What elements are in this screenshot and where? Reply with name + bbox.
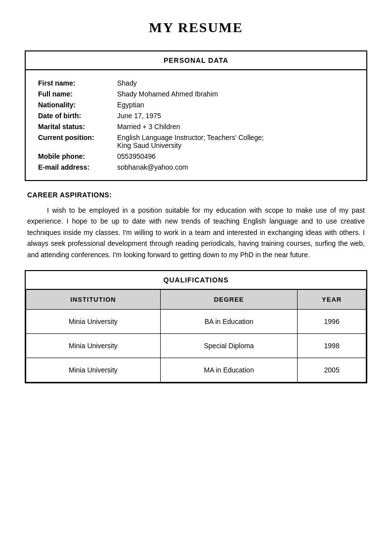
personal-data-table: First name:ShadyFull name:Shady Mohamed … xyxy=(36,78,356,173)
personal-data-value: Married + 3 Children xyxy=(115,121,356,132)
personal-data-row: Marital status:Married + 3 Children xyxy=(36,121,356,132)
career-text: I wish to be employed in a position suit… xyxy=(27,205,365,260)
qualifications-table: INSTITUTIONDEGREEYEAR Minia UniversityBA… xyxy=(26,290,366,382)
qual-degree: Special Diploma xyxy=(160,333,297,358)
personal-data-label: Date of birth: xyxy=(36,110,115,121)
qualifications-section: QUALIFICATIONS INSTITUTIONDEGREEYEAR Min… xyxy=(25,270,367,383)
personal-data-row: Nationality:Egyptian xyxy=(36,99,356,110)
qual-year: 1998 xyxy=(298,333,366,358)
personal-data-row: Current position:English Language Instru… xyxy=(36,132,356,151)
personal-data-row: First name:Shady xyxy=(36,78,356,89)
qual-institution: Minia University xyxy=(26,309,161,333)
qual-column-header: YEAR xyxy=(298,290,366,310)
personal-data-section: PERSONAL DATA First name:ShadyFull name:… xyxy=(25,50,367,181)
personal-data-value: 0553950496 xyxy=(115,151,356,162)
personal-data-label: Marital status: xyxy=(36,121,115,132)
personal-data-value: English Language Instructor; Teachers' C… xyxy=(115,132,356,151)
career-title: CAREER ASPIRATIONS: xyxy=(27,191,365,199)
qualifications-header: QUALIFICATIONS xyxy=(26,271,366,290)
qual-row: Minia UniversityBA in Education1996 xyxy=(26,309,366,333)
personal-data-label: Mobile phone: xyxy=(36,151,115,162)
personal-data-label: E-mail address: xyxy=(36,162,115,173)
personal-data-label: First name: xyxy=(36,78,115,89)
personal-data-row: Mobile phone:0553950496 xyxy=(36,151,356,162)
personal-data-row: Date of birth:June 17, 1975 xyxy=(36,110,356,121)
personal-data-row: E-mail address:sobhanak@yahoo.com xyxy=(36,162,356,173)
qual-degree: MA in Education xyxy=(160,358,297,382)
qual-institution: Minia University xyxy=(26,333,161,358)
qual-institution: Minia University xyxy=(26,358,161,382)
personal-data-value: June 17, 1975 xyxy=(115,110,356,121)
personal-data-value: Shady Mohamed Ahmed Ibrahim xyxy=(115,89,356,99)
personal-data-content: First name:ShadyFull name:Shady Mohamed … xyxy=(26,70,366,180)
personal-data-value: sobhanak@yahoo.com xyxy=(115,162,356,173)
personal-data-header: PERSONAL DATA xyxy=(26,51,366,70)
personal-data-value: Egyptian xyxy=(115,99,356,110)
qual-row: Minia UniversitySpecial Diploma1998 xyxy=(26,333,366,358)
qual-degree: BA in Education xyxy=(160,309,297,333)
qual-row: Minia UniversityMA in Education2005 xyxy=(26,358,366,382)
qual-year: 1996 xyxy=(298,309,366,333)
career-section: CAREER ASPIRATIONS: I wish to be employe… xyxy=(25,191,367,260)
personal-data-label: Full name: xyxy=(36,89,115,99)
personal-data-row: Full name:Shady Mohamed Ahmed Ibrahim xyxy=(36,89,356,99)
page-title: MY RESUME xyxy=(25,20,367,36)
personal-data-label: Nationality: xyxy=(36,99,115,110)
qual-column-header: DEGREE xyxy=(160,290,297,310)
personal-data-label: Current position: xyxy=(36,132,115,151)
qual-year: 2005 xyxy=(298,358,366,382)
qual-column-header: INSTITUTION xyxy=(26,290,161,310)
personal-data-value: Shady xyxy=(115,78,356,89)
